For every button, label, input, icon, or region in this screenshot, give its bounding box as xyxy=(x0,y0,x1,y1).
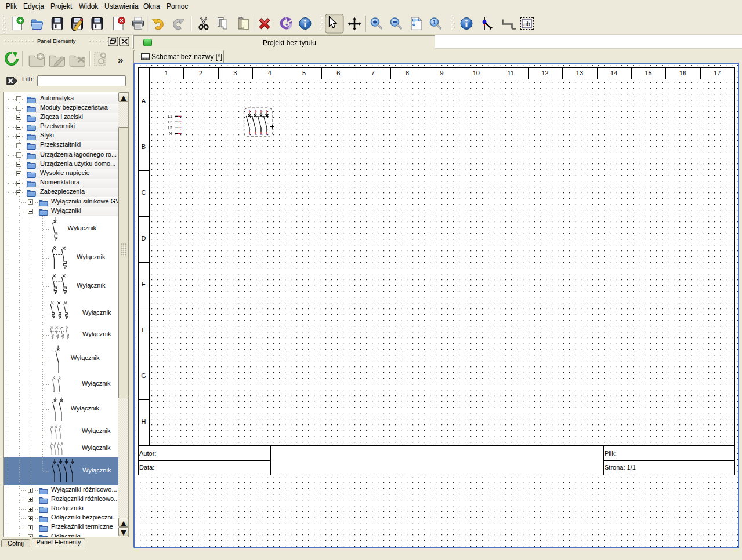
svg-text:N: N xyxy=(169,132,172,136)
svg-text:»: » xyxy=(118,54,123,66)
svg-text:ab: ab xyxy=(523,20,530,27)
svg-text:L1: L1 xyxy=(168,114,172,118)
svg-text:1: 1 xyxy=(433,19,436,26)
svg-text:L2: L2 xyxy=(168,120,172,124)
svg-text:L3: L3 xyxy=(168,126,172,130)
